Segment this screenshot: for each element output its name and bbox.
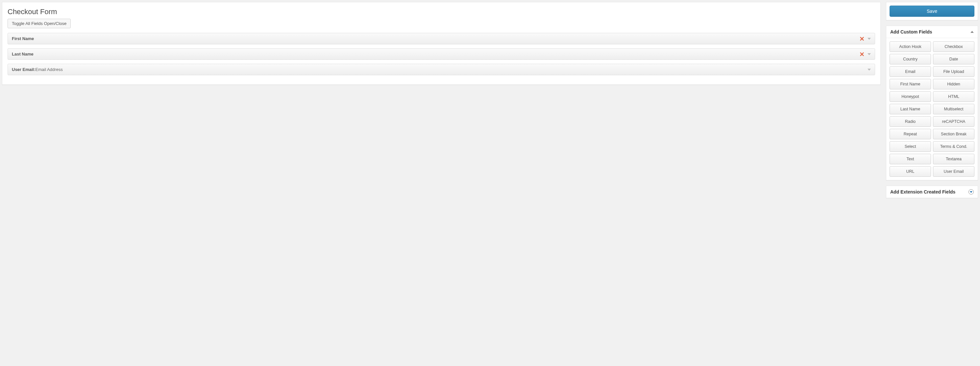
- custom-fields-title: Add Custom Fields: [890, 29, 932, 35]
- field-label: User Email:: [12, 67, 35, 72]
- add-field-url[interactable]: URL: [889, 166, 931, 177]
- remove-icon[interactable]: [860, 36, 864, 41]
- add-field-honeypot[interactable]: Honeypot: [889, 91, 931, 102]
- add-field-select[interactable]: Select: [889, 141, 931, 152]
- add-field-last-name[interactable]: Last Name: [889, 104, 931, 114]
- add-field-hidden[interactable]: Hidden: [933, 79, 974, 89]
- add-field-first-name[interactable]: First Name: [889, 79, 931, 89]
- add-field-file-upload[interactable]: File Upload: [933, 67, 974, 77]
- add-field-html[interactable]: HTML: [933, 91, 974, 102]
- custom-fields-header[interactable]: Add Custom Fields: [886, 26, 978, 38]
- field-label: First Name: [12, 36, 34, 41]
- sidebar: Save Add Custom Fields Action Hook Check…: [886, 2, 978, 198]
- extension-fields-header[interactable]: Add Extension Created Fields: [886, 186, 978, 198]
- toggle-all-fields-button[interactable]: Toggle All Fields Open/Close: [8, 19, 71, 28]
- remove-icon[interactable]: [860, 52, 864, 57]
- add-field-date[interactable]: Date: [933, 54, 974, 64]
- chevron-up-icon[interactable]: [970, 31, 974, 33]
- chevron-down-icon[interactable]: [867, 53, 871, 55]
- extension-fields-panel: Add Extension Created Fields: [886, 185, 978, 198]
- add-field-text[interactable]: Text: [889, 154, 931, 164]
- add-field-radio[interactable]: Radio: [889, 116, 931, 127]
- field-row[interactable]: Last Name: [8, 48, 875, 60]
- field-sublabel: Email Address: [35, 67, 63, 72]
- chevron-down-icon[interactable]: [867, 38, 871, 40]
- chevron-down-icon[interactable]: [969, 189, 974, 195]
- add-field-multiselect[interactable]: Multiselect: [933, 104, 974, 114]
- save-panel: Save: [886, 2, 978, 21]
- add-field-recaptcha[interactable]: reCAPTCHA: [933, 116, 974, 127]
- add-field-action-hook[interactable]: Action Hook: [889, 41, 931, 52]
- add-field-user-email[interactable]: User Email: [933, 166, 974, 177]
- add-field-repeat[interactable]: Repeat: [889, 129, 931, 139]
- page-title: Checkout Form: [8, 8, 875, 16]
- main-panel: Checkout Form Toggle All Fields Open/Clo…: [2, 2, 881, 85]
- extension-fields-title: Add Extension Created Fields: [890, 189, 955, 195]
- field-row[interactable]: User Email: Email Address: [8, 64, 875, 75]
- add-field-terms-cond[interactable]: Terms & Cond.: [933, 141, 974, 152]
- add-field-country[interactable]: Country: [889, 54, 931, 64]
- add-field-textarea[interactable]: Textarea: [933, 154, 974, 164]
- field-label: Last Name: [12, 52, 33, 57]
- custom-fields-panel: Add Custom Fields Action Hook Checkbox C…: [886, 25, 978, 181]
- save-button[interactable]: Save: [889, 6, 974, 17]
- add-field-checkbox[interactable]: Checkbox: [933, 41, 974, 52]
- add-field-email[interactable]: Email: [889, 67, 931, 77]
- chevron-down-icon[interactable]: [867, 69, 871, 71]
- add-field-section-break[interactable]: Section Break: [933, 129, 974, 139]
- custom-fields-body: Action Hook Checkbox Country Date Email …: [886, 38, 978, 180]
- field-row[interactable]: First Name: [8, 33, 875, 44]
